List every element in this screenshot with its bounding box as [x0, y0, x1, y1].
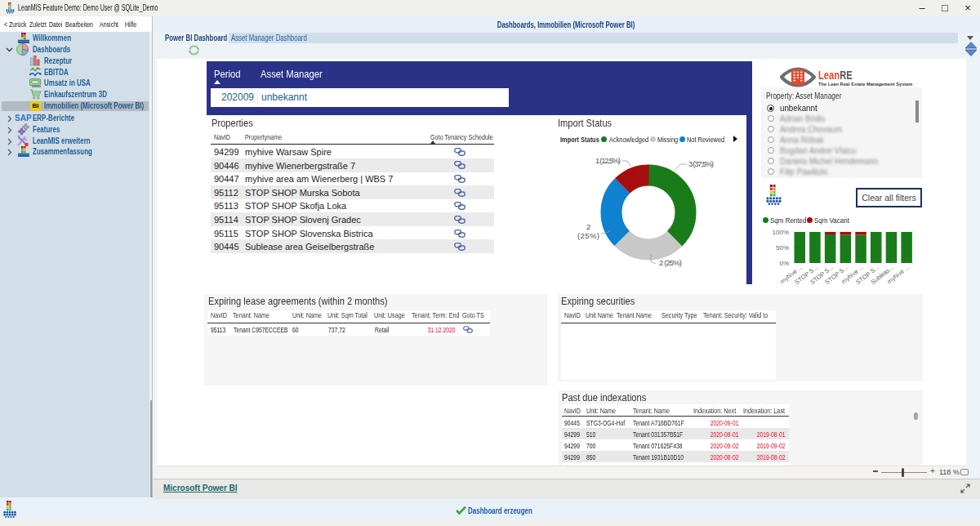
- svg-text:0%: 0%: [779, 260, 789, 267]
- svg-text:100%: 100%: [773, 229, 789, 236]
- svg-text:1 (12,5%): 1 (12,5%): [595, 156, 621, 165]
- svg-text:2 (25%): 2 (25%): [659, 258, 682, 267]
- svg-text:3 (37,5%): 3 (37,5%): [688, 159, 714, 168]
- svg-text:(25%): (25%): [577, 231, 599, 240]
- svg-text:2: 2: [586, 222, 590, 231]
- svg-text:50%: 50%: [776, 244, 789, 252]
